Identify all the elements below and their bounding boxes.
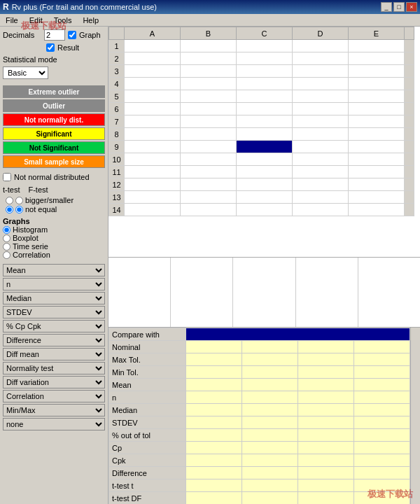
cell-2-A[interactable] — [125, 52, 181, 65]
results-cell-7-1[interactable] — [242, 429, 298, 442]
not-equal-fradio[interactable] — [15, 206, 23, 214]
select-normality[interactable]: Normality test — [3, 362, 105, 374]
select-difference[interactable]: Difference — [3, 334, 105, 346]
select-stdev[interactable]: STDEV — [3, 306, 105, 318]
select-minmax[interactable]: Min/Max — [3, 404, 105, 416]
cell-14-E[interactable] — [349, 204, 405, 216]
results-cell-8-0[interactable] — [186, 442, 242, 454]
menu-help[interactable]: Help — [80, 16, 102, 24]
results-cell-7-3[interactable] — [354, 429, 410, 442]
cell-3-E[interactable] — [349, 65, 405, 78]
results-cell-5-0[interactable] — [186, 404, 242, 416]
results-cell-4-3[interactable] — [354, 391, 410, 404]
results-cell-7-0[interactable] — [186, 429, 242, 442]
cell-4-D[interactable] — [293, 78, 349, 90]
stat-mode-select[interactable]: Basic Advanced — [3, 66, 48, 79]
bigger-smaller-radio[interactable] — [6, 197, 13, 204]
cell-14-B[interactable] — [181, 204, 237, 216]
results-scrollbar[interactable] — [410, 328, 420, 504]
results-cell-8-2[interactable] — [298, 442, 354, 454]
results-cell-1-0[interactable] — [186, 354, 242, 366]
cell-5-E[interactable] — [349, 90, 405, 103]
results-cell-2-2[interactable] — [298, 366, 354, 379]
cell-12-E[interactable] — [349, 178, 405, 191]
results-cell-1-1[interactable] — [242, 354, 298, 366]
results-cell-8-3[interactable] — [354, 442, 410, 454]
results-cell-9-1[interactable] — [242, 454, 298, 467]
results-cell-8-1[interactable] — [242, 442, 298, 454]
cell-6-B[interactable] — [181, 103, 237, 115]
results-cell-7-2[interactable] — [298, 429, 354, 442]
cell-1-E[interactable] — [349, 40, 405, 52]
boxplot-radio[interactable] — [3, 234, 10, 242]
cell-8-D[interactable] — [293, 128, 349, 141]
results-cell-2-1[interactable] — [242, 366, 298, 379]
cell-12-C[interactable] — [237, 178, 293, 191]
results-cell-6-3[interactable] — [354, 416, 410, 429]
cell-14-C[interactable] — [237, 204, 293, 216]
cell-9-C[interactable] — [237, 141, 293, 153]
cell-6-E[interactable] — [349, 103, 405, 115]
menu-edit[interactable]: Edit — [27, 16, 46, 24]
cell-11-B[interactable] — [181, 166, 237, 178]
cell-10-B[interactable] — [181, 153, 237, 166]
cell-9-B[interactable] — [181, 141, 237, 153]
cell-12-D[interactable] — [293, 178, 349, 191]
cell-2-B[interactable] — [181, 52, 237, 65]
results-cell-0-2[interactable] — [298, 341, 354, 354]
cell-5-D[interactable] — [293, 90, 349, 103]
results-cell-1-2[interactable] — [298, 354, 354, 366]
select-median[interactable]: Median — [3, 292, 105, 304]
results-cell-10-2[interactable] — [298, 467, 354, 479]
extreme-outlier-btn[interactable]: Extreme outlier — [3, 85, 105, 98]
cell-11-C[interactable] — [237, 166, 293, 178]
results-cell-6-2[interactable] — [298, 416, 354, 429]
results-cell-12-2[interactable] — [298, 492, 354, 505]
cell-3-D[interactable] — [293, 65, 349, 78]
results-cell-0-0[interactable] — [186, 341, 242, 354]
results-cell-2-0[interactable] — [186, 366, 242, 379]
results-cell-4-0[interactable] — [186, 391, 242, 404]
result-checkbox[interactable] — [46, 43, 55, 52]
outlier-btn[interactable]: Outlier — [3, 99, 105, 112]
cell-4-E[interactable] — [349, 78, 405, 90]
results-cell-4-2[interactable] — [298, 391, 354, 404]
histogram-radio[interactable] — [3, 226, 10, 234]
results-cell-5-1[interactable] — [242, 404, 298, 416]
results-cell-0-3[interactable] — [354, 341, 410, 354]
select-correlation[interactable]: Correlation — [3, 390, 105, 402]
cell-2-D[interactable] — [293, 52, 349, 65]
select-mean[interactable]: Mean — [3, 264, 105, 276]
cell-2-E[interactable] — [349, 52, 405, 65]
results-cell-11-1[interactable] — [242, 479, 298, 492]
select-diff-mean[interactable]: Diff mean — [3, 348, 105, 360]
results-table-area[interactable]: Compare withNominalMax Tol.Min Tol.Meann… — [108, 328, 410, 504]
results-cell-9-2[interactable] — [298, 454, 354, 467]
results-cell-10-0[interactable] — [186, 467, 242, 479]
cell-2-C[interactable] — [237, 52, 293, 65]
cell-5-A[interactable] — [125, 90, 181, 103]
select-n[interactable]: n — [3, 278, 105, 290]
cell-10-E[interactable] — [349, 153, 405, 166]
results-cell-12-3[interactable] — [354, 492, 410, 505]
cell-1-A[interactable] — [125, 40, 181, 52]
cell-7-E[interactable] — [349, 115, 405, 128]
cell-9-E[interactable] — [349, 141, 405, 153]
spreadsheet[interactable]: A B C D E 1234567891011121314 — [108, 27, 420, 257]
results-cell-6-0[interactable] — [186, 416, 242, 429]
cell-4-B[interactable] — [181, 78, 237, 90]
cell-10-D[interactable] — [293, 153, 349, 166]
cell-1-B[interactable] — [181, 40, 237, 52]
select-none[interactable]: none — [3, 418, 105, 430]
cell-14-D[interactable] — [293, 204, 349, 216]
cell-6-D[interactable] — [293, 103, 349, 115]
cell-11-D[interactable] — [293, 166, 349, 178]
cell-3-B[interactable] — [181, 65, 237, 78]
cell-3-A[interactable] — [125, 65, 181, 78]
cell-7-B[interactable] — [181, 115, 237, 128]
close-button[interactable]: × — [406, 2, 417, 12]
results-cell-3-2[interactable] — [298, 379, 354, 391]
results-cell-9-0[interactable] — [186, 454, 242, 467]
results-cell-11-0[interactable] — [186, 479, 242, 492]
cell-7-A[interactable] — [125, 115, 181, 128]
